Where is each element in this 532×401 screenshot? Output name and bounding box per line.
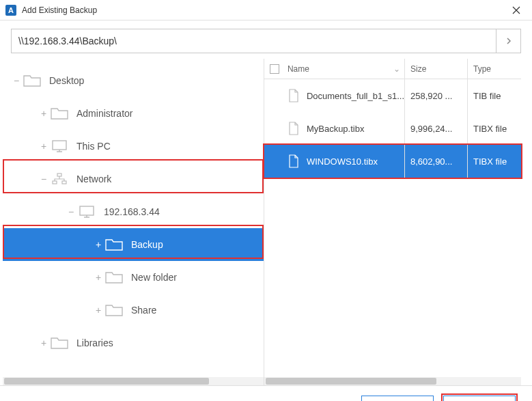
tree-label: This PC: [76, 141, 111, 152]
tree-label: Share: [131, 305, 156, 316]
folder-icon: [105, 237, 123, 252]
tree-pane: − Desktop + Administrator + This PC −: [3, 59, 264, 385]
folder-icon: [105, 303, 123, 318]
scrollbar-h-file[interactable]: [264, 377, 521, 385]
file-pane: Name ⌄ Size Type Documents_full_b1_s1...…: [264, 59, 521, 385]
collapse-icon[interactable]: −: [10, 75, 23, 86]
file-row-selected[interactable]: WINDOWS10.tibx 8,602,90... TIBX file: [264, 145, 521, 178]
close-button[interactable]: [506, 0, 527, 20]
file-name: Documents_full_b1_s1...: [307, 91, 404, 101]
path-input[interactable]: [12, 29, 496, 53]
pc-icon: [51, 139, 68, 154]
path-bar: [11, 29, 521, 53]
file-header: Name ⌄ Size Type: [264, 59, 521, 79]
pc-icon: [78, 204, 96, 219]
column-name-label: Name: [288, 64, 309, 74]
svg-rect-3: [62, 181, 66, 184]
tree-label: Administrator: [76, 108, 132, 119]
collapse-icon[interactable]: −: [64, 206, 78, 217]
tree-item-thispc[interactable]: + This PC: [3, 130, 264, 163]
svg-rect-4: [80, 206, 94, 215]
main-area: − Desktop + Administrator + This PC −: [3, 59, 521, 385]
folder-icon: [51, 335, 68, 350]
titlebar: A Add Existing Backup: [0, 0, 532, 20]
file-type: TIBX file: [473, 124, 507, 134]
tree-item-backup[interactable]: + Backup: [3, 228, 264, 261]
path-go-button[interactable]: [496, 29, 520, 53]
tree-label: 192.168.3.44: [104, 206, 160, 217]
file-size: 9,996,24...: [410, 124, 452, 134]
collapse-icon[interactable]: −: [37, 174, 51, 184]
file-name: WINDOWS10.tibx: [307, 156, 378, 167]
file-size: 258,920 ...: [410, 91, 452, 101]
tree-item-desktop[interactable]: − Desktop: [3, 64, 264, 97]
tree-item-libraries[interactable]: + Libraries: [3, 327, 264, 359]
expand-icon[interactable]: +: [92, 239, 105, 250]
select-all-checkbox[interactable]: [270, 64, 279, 74]
column-size[interactable]: Size: [405, 59, 468, 79]
svg-rect-2: [53, 181, 57, 184]
tree-label: New folder: [131, 272, 177, 283]
column-type[interactable]: Type: [468, 59, 521, 79]
folder-icon: [105, 270, 123, 285]
svg-rect-1: [57, 174, 61, 176]
file-type: TIB file: [473, 91, 501, 101]
add-button[interactable]: Add: [443, 396, 516, 402]
column-size-label: Size: [410, 64, 426, 74]
window-title: Add Existing Backup: [22, 5, 506, 15]
tree-label: Desktop: [49, 75, 84, 86]
network-icon: [51, 171, 68, 186]
tree-label: Backup: [131, 239, 163, 250]
button-bar: Cancel Add: [0, 385, 532, 401]
tree-label: Network: [76, 174, 111, 184]
file-icon: [288, 88, 300, 103]
file-type: TIBX file: [473, 156, 507, 167]
app-icon: A: [5, 5, 16, 16]
folder-icon: [51, 106, 68, 121]
scrollbar-thumb[interactable]: [266, 378, 436, 385]
expand-icon[interactable]: +: [37, 337, 51, 348]
expand-icon[interactable]: +: [37, 108, 51, 119]
folder-icon: [23, 73, 41, 88]
expand-icon[interactable]: +: [92, 305, 105, 316]
tree-item-ip[interactable]: − 192.168.3.44: [3, 195, 264, 228]
sort-indicator-icon: ⌄: [393, 64, 400, 74]
expand-icon[interactable]: +: [37, 141, 51, 152]
column-type-label: Type: [473, 64, 491, 74]
tree-item-newfolder[interactable]: + New folder: [3, 261, 264, 294]
file-size: 8,602,90...: [410, 156, 452, 167]
file-row[interactable]: Documents_full_b1_s1... 258,920 ... TIB …: [264, 79, 521, 112]
file-row[interactable]: MyBackup.tibx 9,996,24... TIBX file: [264, 112, 521, 145]
tree-item-share[interactable]: + Share: [3, 294, 264, 327]
file-icon: [288, 154, 300, 169]
tree-item-network[interactable]: − Network: [3, 163, 264, 195]
tree-item-admin[interactable]: + Administrator: [3, 97, 264, 130]
tree-label: Libraries: [76, 337, 113, 348]
scrollbar-thumb[interactable]: [4, 378, 209, 385]
svg-rect-0: [53, 141, 66, 150]
column-name[interactable]: Name ⌄: [285, 59, 405, 79]
file-name: MyBackup.tibx: [307, 124, 365, 134]
scrollbar-h[interactable]: [3, 377, 264, 385]
expand-icon[interactable]: +: [92, 272, 105, 283]
file-icon: [288, 121, 300, 136]
cancel-button[interactable]: Cancel: [361, 396, 434, 402]
